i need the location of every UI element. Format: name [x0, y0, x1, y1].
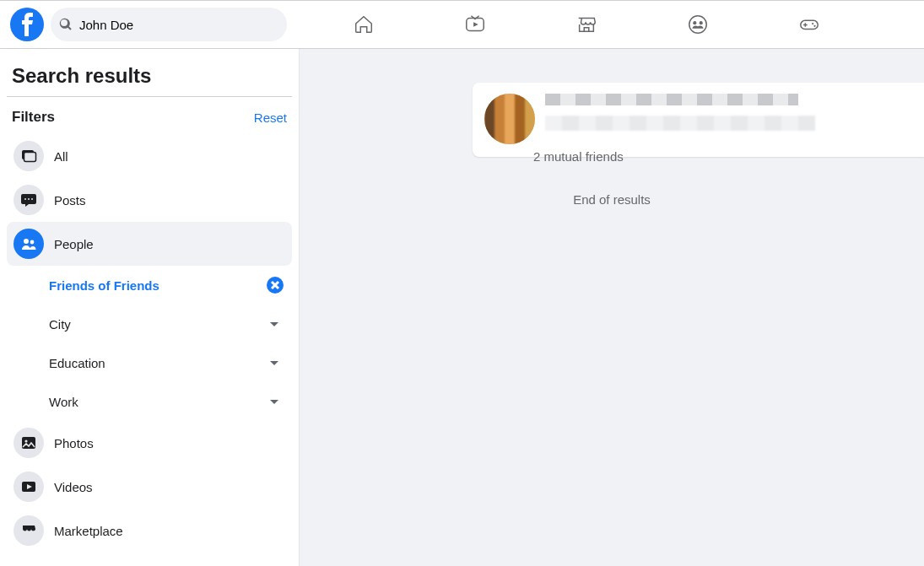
svg-point-13	[24, 239, 29, 244]
subfilter-education[interactable]: Education	[7, 343, 292, 382]
subfilter-work[interactable]: Work	[7, 382, 292, 421]
subfilter-work-label: Work	[49, 395, 78, 409]
gaming-icon	[798, 13, 820, 35]
chevron-down-icon	[267, 356, 281, 369]
result-avatar[interactable]	[484, 94, 535, 144]
filter-marketplace[interactable]: Marketplace	[7, 509, 292, 553]
filters-label: Filters	[12, 109, 55, 126]
filter-people-label: People	[54, 237, 94, 251]
result-name-blurred	[545, 94, 798, 105]
filter-posts[interactable]: Posts	[7, 178, 292, 222]
search-icon	[59, 18, 73, 31]
reset-button[interactable]: Reset	[254, 111, 287, 125]
sidebar: Search results Filters Reset All Posts P…	[0, 49, 300, 566]
nav-marketplace[interactable]	[540, 2, 633, 47]
close-icon	[270, 280, 280, 290]
posts-icon	[14, 185, 44, 215]
filter-all[interactable]: All	[7, 134, 292, 178]
home-icon	[353, 13, 375, 35]
filter-photos[interactable]: Photos	[7, 421, 292, 465]
result-card[interactable]: 2 mutual friends	[473, 83, 924, 157]
city-expand-button[interactable]	[265, 315, 284, 333]
people-icon	[14, 229, 44, 259]
svg-point-11	[28, 198, 30, 200]
groups-icon	[687, 13, 709, 35]
content-area: 2 mutual friends End of results	[300, 49, 924, 566]
work-expand-button[interactable]	[265, 392, 284, 411]
filter-posts-label: Posts	[54, 193, 86, 208]
education-expand-button[interactable]	[265, 353, 284, 372]
facebook-logo[interactable]	[10, 8, 44, 41]
divider	[7, 96, 292, 97]
svg-point-4	[700, 21, 703, 24]
svg-point-14	[30, 240, 35, 245]
nav-watch[interactable]	[429, 2, 521, 47]
nav-home[interactable]	[317, 2, 410, 47]
remove-subfilter-button[interactable]	[267, 277, 284, 294]
subfilter-city[interactable]: City	[7, 305, 292, 343]
subfilter-education-label: Education	[49, 356, 105, 370]
photos-icon	[14, 428, 44, 458]
search-query-label: John Doe	[79, 18, 133, 32]
filter-videos-label: Videos	[54, 480, 93, 494]
filter-videos[interactable]: Videos	[7, 465, 292, 509]
mutual-friends-text: 2 mutual friends	[473, 149, 924, 164]
sidebar-title: Search results	[7, 61, 292, 96]
svg-rect-9	[24, 153, 36, 162]
marketplace-icon	[14, 515, 44, 546]
svg-point-7	[813, 25, 815, 27]
svg-point-6	[812, 23, 813, 24]
filter-marketplace-label: Marketplace	[54, 524, 123, 538]
filter-people[interactable]: People	[7, 222, 292, 266]
svg-point-12	[31, 198, 33, 200]
filter-all-label: All	[54, 149, 68, 164]
chevron-down-icon	[267, 395, 281, 408]
svg-point-2	[689, 16, 706, 33]
filters-row: Filters Reset	[7, 104, 292, 134]
main-area: Search results Filters Reset All Posts P…	[0, 49, 924, 566]
watch-icon	[464, 13, 486, 35]
app-header: John Doe	[0, 0, 924, 49]
subfilter-friends-of-friends[interactable]: Friends of Friends	[7, 266, 292, 305]
svg-point-3	[693, 21, 696, 24]
nav-center	[300, 1, 873, 48]
svg-point-16	[24, 439, 27, 442]
videos-icon	[14, 472, 44, 502]
search-input[interactable]: John Doe	[51, 8, 287, 41]
end-of-results: End of results	[300, 192, 924, 207]
subfilter-fof-label: Friends of Friends	[49, 278, 159, 293]
subfilter-city-label: City	[49, 317, 71, 332]
chevron-down-icon	[267, 317, 281, 331]
nav-gaming[interactable]	[763, 2, 856, 47]
svg-rect-5	[801, 20, 818, 29]
nav-groups[interactable]	[651, 2, 744, 47]
svg-point-10	[24, 198, 26, 200]
result-text-block	[545, 94, 815, 144]
result-meta-blurred	[545, 116, 815, 131]
all-icon	[14, 141, 44, 171]
marketplace-icon	[575, 13, 597, 35]
filter-photos-label: Photos	[54, 436, 94, 450]
